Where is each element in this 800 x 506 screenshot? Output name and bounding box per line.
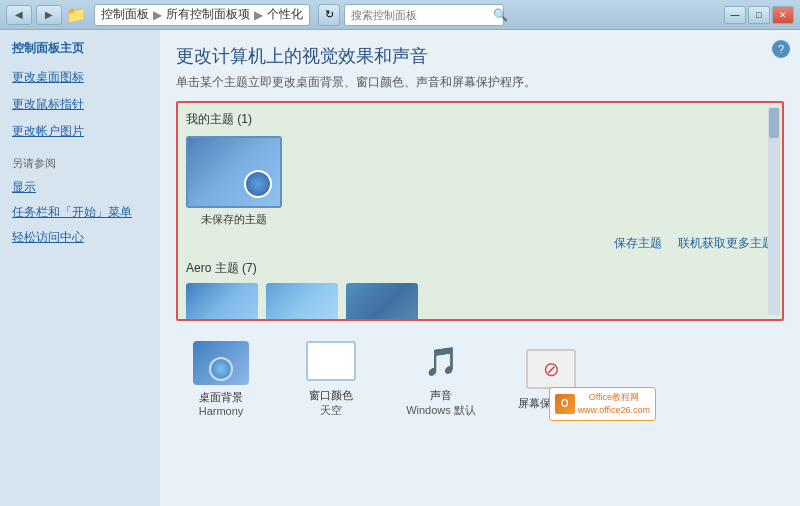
main-layout: 控制面板主页 更改桌面图标 更改鼠标指针 更改帐户图片 另请参阅 显示 任务栏和… bbox=[0, 30, 800, 506]
breadcrumb[interactable]: 控制面板 ▶ 所有控制面板项 ▶ 个性化 bbox=[94, 4, 310, 26]
screensaver-icon bbox=[523, 345, 579, 393]
bottom-toolbar: 桌面背景 Harmony 窗口颜色 天空 🎵 声音 Windows 默认 bbox=[176, 331, 784, 424]
office-square-icon: O bbox=[555, 394, 575, 414]
content-description: 单击某个主题立即更改桌面背景、窗口颜色、声音和屏幕保护程序。 bbox=[176, 74, 784, 91]
page-title: 更改计算机上的视觉效果和声音 bbox=[176, 44, 784, 68]
scrollbar-thumb[interactable] bbox=[769, 108, 779, 138]
desktop-background-sublabel: Harmony bbox=[199, 405, 244, 417]
window-color-thumbnail bbox=[306, 341, 356, 381]
minimize-button[interactable]: — bbox=[724, 6, 746, 24]
breadcrumb-item2[interactable]: 所有控制面板项 bbox=[166, 6, 250, 23]
forward-button[interactable]: ▶ bbox=[36, 5, 62, 25]
aero-theme-3[interactable] bbox=[346, 283, 418, 321]
sidebar: 控制面板主页 更改桌面图标 更改鼠标指针 更改帐户图片 另请参阅 显示 任务栏和… bbox=[0, 30, 160, 506]
back-button[interactable]: ◀ bbox=[6, 5, 32, 25]
breadcrumb-item1[interactable]: 控制面板 bbox=[101, 6, 149, 23]
sound-label: 声音 bbox=[430, 388, 452, 403]
office-logo: O Office教程网 www.office26.com bbox=[555, 391, 650, 416]
my-themes-title: 我的主题 (1) bbox=[186, 111, 774, 128]
theme-item-unsaved[interactable]: 未保存的主题 bbox=[186, 136, 282, 227]
my-themes-area: 未保存的主题 bbox=[186, 136, 774, 227]
window-color-label: 窗口颜色 bbox=[309, 388, 353, 403]
screensaver-item[interactable]: 屏幕保护程序 O Office教程网 www.office26.com bbox=[506, 345, 596, 411]
close-button[interactable]: ✕ bbox=[772, 6, 794, 24]
theme-actions: 保存主题 联机获取更多主题 bbox=[186, 235, 774, 252]
desktop-bg-thumbnail bbox=[193, 341, 249, 385]
sidebar-link-display[interactable]: 显示 bbox=[12, 179, 148, 196]
theme-thumb-inner bbox=[188, 138, 280, 206]
breadcrumb-item3[interactable]: 个性化 bbox=[267, 6, 303, 23]
nav-area: ◀ ▶ 📁 控制面板 ▶ 所有控制面板项 ▶ 个性化 ↻ 🔍 bbox=[6, 4, 504, 26]
desktop-background-item[interactable]: 桌面背景 Harmony bbox=[176, 339, 266, 417]
maximize-button[interactable]: □ bbox=[748, 6, 770, 24]
office-watermark: O Office教程网 www.office26.com bbox=[549, 387, 656, 420]
help-icon[interactable]: ? bbox=[772, 40, 790, 58]
online-themes-link[interactable]: 联机获取更多主题 bbox=[678, 235, 774, 252]
sound-icon: 🎵 bbox=[413, 337, 469, 385]
screensaver-thumbnail bbox=[526, 349, 576, 389]
also-see-title: 另请参阅 bbox=[12, 156, 148, 171]
office-line2: www.office26.com bbox=[578, 404, 650, 417]
breadcrumb-sep1: ▶ bbox=[153, 8, 162, 22]
scrollbar[interactable] bbox=[768, 107, 780, 315]
sidebar-link-accessibility[interactable]: 轻松访问中心 bbox=[12, 229, 148, 246]
sidebar-link-desktop-icons[interactable]: 更改桌面图标 bbox=[12, 69, 148, 86]
save-theme-link[interactable]: 保存主题 bbox=[614, 235, 662, 252]
aero-themes-row bbox=[186, 283, 774, 321]
sound-item[interactable]: 🎵 声音 Windows 默认 bbox=[396, 337, 486, 418]
window-controls: — □ ✕ bbox=[724, 6, 794, 24]
theme-label-unsaved: 未保存的主题 bbox=[201, 212, 267, 227]
desktop-background-label: 桌面背景 bbox=[199, 390, 243, 405]
theme-thumbnail-unsaved bbox=[186, 136, 282, 208]
window-color-item[interactable]: 窗口颜色 天空 bbox=[286, 337, 376, 418]
breadcrumb-sep2: ▶ bbox=[254, 8, 263, 22]
sound-symbol: 🎵 bbox=[424, 345, 459, 378]
office-line1: Office教程网 bbox=[578, 391, 650, 404]
content-area: ? 更改计算机上的视觉效果和声音 单击某个主题立即更改桌面背景、窗口颜色、声音和… bbox=[160, 30, 800, 506]
search-bar[interactable]: 🔍 bbox=[344, 4, 504, 26]
sound-sublabel: Windows 默认 bbox=[406, 403, 476, 418]
search-input[interactable] bbox=[351, 9, 489, 21]
search-icon[interactable]: 🔍 bbox=[493, 8, 508, 22]
aero-theme-1[interactable] bbox=[186, 283, 258, 321]
theme-panel: 我的主题 (1) 未保存的主题 保存主题 联机获取更多主题 Aero 主题 (7… bbox=[176, 101, 784, 321]
window-color-icon bbox=[303, 337, 359, 385]
sidebar-link-taskbar[interactable]: 任务栏和「开始」菜单 bbox=[12, 204, 148, 221]
sidebar-title: 控制面板主页 bbox=[12, 40, 148, 57]
aero-theme-2[interactable] bbox=[266, 283, 338, 321]
refresh-button[interactable]: ↻ bbox=[318, 4, 340, 26]
sidebar-link-account-picture[interactable]: 更改帐户图片 bbox=[12, 123, 148, 140]
window-color-sublabel: 天空 bbox=[320, 403, 342, 418]
desktop-background-icon bbox=[193, 339, 249, 387]
aero-themes-title: Aero 主题 (7) bbox=[186, 260, 774, 277]
sidebar-link-mouse-pointer[interactable]: 更改鼠标指针 bbox=[12, 96, 148, 113]
title-bar: ◀ ▶ 📁 控制面板 ▶ 所有控制面板项 ▶ 个性化 ↻ 🔍 — □ ✕ bbox=[0, 0, 800, 30]
folder-icon: 📁 bbox=[66, 5, 86, 24]
